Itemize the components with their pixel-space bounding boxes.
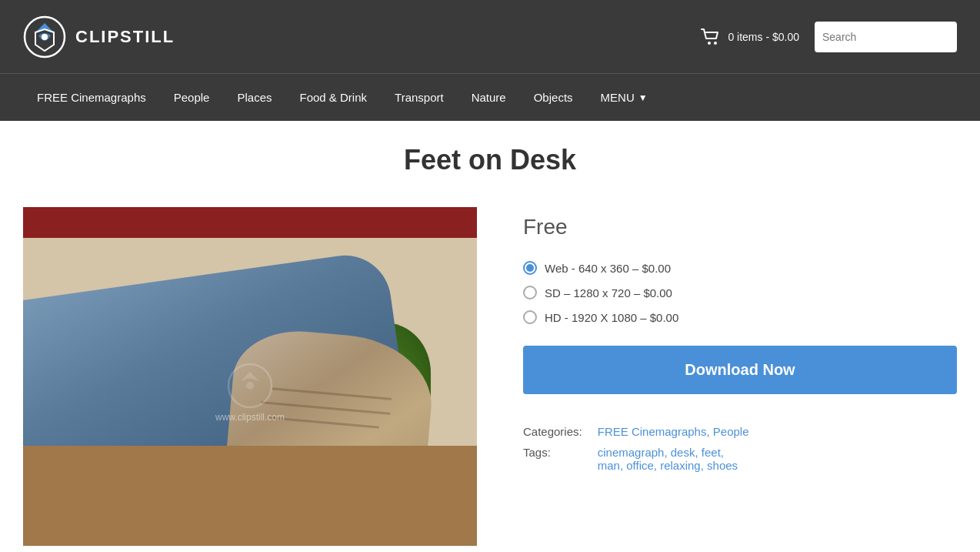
shoe-detail-3 <box>269 417 379 428</box>
page-title: Feet on Desk <box>23 144 957 176</box>
cart-area[interactable]: 0 items - $0.00 <box>700 26 799 48</box>
option-hd[interactable]: HD - 1920 X 1080 – $0.00 <box>523 310 957 324</box>
radio-web[interactable] <box>523 261 537 275</box>
main-content: Feet on Desk <box>0 121 980 552</box>
options-list: Web - 640 x 360 – $0.00 SD – 1280 x 720 … <box>523 261 957 324</box>
cart-icon <box>700 26 722 48</box>
nav-item-transport[interactable]: Transport <box>381 74 458 121</box>
shoe-detail <box>272 387 392 400</box>
category-link-free[interactable]: FREE Cinemagraphs <box>598 425 707 438</box>
tag-feet[interactable]: feet <box>702 446 721 459</box>
watermark-text: www.clipstill.com <box>215 412 285 423</box>
nav-item-food-drink[interactable]: Food & Drink <box>285 74 381 121</box>
option-sd[interactable]: SD – 1280 x 720 – $0.00 <box>523 286 957 299</box>
categories-links: FREE Cinemagraphs, People <box>598 425 957 438</box>
menu-label: MENU <box>601 91 635 104</box>
watermark: www.clipstill.com <box>215 363 285 423</box>
categories-label: Categories: <box>523 425 582 438</box>
logo-icon <box>23 15 66 59</box>
nav-item-places[interactable]: Places <box>223 74 285 121</box>
radio-hd[interactable] <box>523 310 537 324</box>
tag-office[interactable]: office <box>626 459 654 472</box>
svg-point-7 <box>246 382 254 390</box>
option-hd-label: HD - 1920 X 1080 – $0.00 <box>545 311 678 324</box>
logo-text: CLIPSTILL <box>75 27 175 47</box>
product-image-container: www.clipstill.com <box>23 207 477 546</box>
content-area: www.clipstill.com Free Web - 640 x 360 –… <box>23 207 957 546</box>
main-nav: FREE Cinemagraphs People Places Food & D… <box>0 73 980 121</box>
site-header: CLIPSTILL 0 items - $0.00 <box>0 0 980 73</box>
tag-desk[interactable]: desk <box>671 446 695 459</box>
product-details: Free Web - 640 x 360 – $0.00 SD – 1280 x… <box>523 207 957 472</box>
download-button[interactable]: Download Now <box>523 346 957 394</box>
category-link-people[interactable]: People <box>713 425 749 438</box>
search-container <box>815 22 957 52</box>
radio-inner-web <box>526 264 534 272</box>
svg-point-2 <box>708 42 711 45</box>
nav-item-free-cinemagraphs[interactable]: FREE Cinemagraphs <box>23 74 160 121</box>
tags-links: cinemagraph, desk, feet, man, office, re… <box>598 446 957 472</box>
image-desk <box>23 446 477 546</box>
watermark-logo <box>227 363 273 409</box>
price-label: Free <box>523 215 957 239</box>
nav-item-menu[interactable]: MENU ▼ <box>587 74 662 121</box>
tag-man[interactable]: man <box>598 459 620 472</box>
svg-point-1 <box>42 34 48 40</box>
meta-table: Categories: FREE Cinemagraphs, People Ta… <box>523 425 957 472</box>
cart-label: 0 items - $0.00 <box>728 31 799 43</box>
nav-item-objects[interactable]: Objects <box>520 74 587 121</box>
nav-item-nature[interactable]: Nature <box>458 74 520 121</box>
svg-point-3 <box>714 42 717 45</box>
product-image: www.clipstill.com <box>23 207 477 546</box>
tag-shoes[interactable]: shoes <box>707 459 738 472</box>
search-input[interactable] <box>815 22 957 52</box>
header-right: 0 items - $0.00 <box>700 22 957 52</box>
image-top-strip <box>23 207 477 238</box>
tag-relaxing[interactable]: relaxing <box>660 459 701 472</box>
logo-area[interactable]: CLIPSTILL <box>23 15 175 59</box>
radio-sd[interactable] <box>523 286 537 299</box>
tag-cinemagraph[interactable]: cinemagraph <box>598 446 665 459</box>
option-web-label: Web - 640 x 360 – $0.00 <box>545 262 671 275</box>
tags-label: Tags: <box>523 446 582 472</box>
option-sd-label: SD – 1280 x 720 – $0.00 <box>545 286 672 299</box>
chevron-down-icon: ▼ <box>638 92 648 103</box>
nav-item-people[interactable]: People <box>160 74 224 121</box>
option-web[interactable]: Web - 640 x 360 – $0.00 <box>523 261 957 275</box>
